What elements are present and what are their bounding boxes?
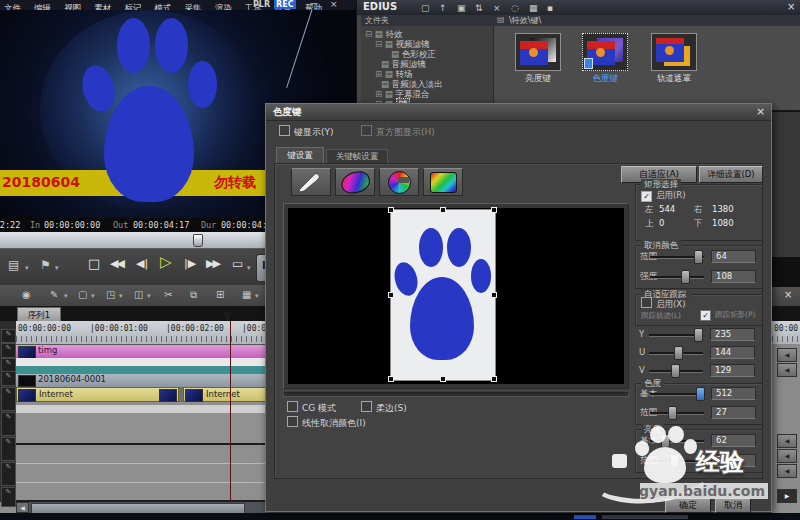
bin-tool-view[interactable]: ▦ [529,0,538,16]
chroma-range-slider[interactable] [650,406,704,419]
eyedropper-button[interactable] [291,168,331,196]
key-color-wheel-button[interactable] [379,168,419,196]
timeline-tool-save[interactable]: ◫ [134,287,143,303]
linear-cancel-checkbox[interactable]: 线性取消颜色(I) [287,416,366,430]
checkbox-checked-icon[interactable]: ✓ [641,191,652,202]
new-sequence-caret-icon[interactable]: ▾ [91,292,95,300]
track-scroll-up-button[interactable]: ◀ [777,348,797,362]
dialog-close-button[interactable]: × [756,105,765,118]
slider-thumb[interactable] [670,454,679,468]
timeline-tool-paste[interactable]: ⊞ [216,287,224,303]
tracking-enable-checkbox[interactable]: 启用(X) [641,297,685,310]
stop-button[interactable]: □ [88,256,100,272]
marker-list-caret-icon[interactable]: ▾ [25,264,29,272]
range-value[interactable]: 64 [711,250,756,263]
track-header-video[interactable]: ✎ [1,329,16,343]
luma-range-value[interactable]: 50 [711,454,756,467]
dialog-title-bar[interactable]: 色度键 × [266,104,771,121]
marker-flag-button[interactable]: ⚑ [40,257,51,273]
chroma-range-value[interactable]: 27 [711,406,756,419]
track-scroll-button[interactable]: ◀ [777,449,797,463]
luma-basic-value[interactable]: 62 [711,434,756,447]
play-button[interactable]: ▷ [160,254,172,270]
layout-caret-icon[interactable]: ▾ [255,292,259,300]
import-caret-icon[interactable]: ▾ [119,292,123,300]
menu-mode[interactable]: 模式 [154,3,171,10]
loop-button[interactable]: ▭ [232,256,243,272]
scroll-left-button[interactable]: ◀ [16,502,29,513]
key-color-blob-button[interactable] [335,168,375,196]
track-scroll-button[interactable]: ◀ [777,363,797,377]
rect-enable-checkbox[interactable]: ✓启用(R) [641,189,686,202]
bin-tool-new-clip[interactable]: ▢ [421,0,430,16]
timeline-tool-import[interactable]: ◳ [106,287,115,303]
slider-thumb[interactable] [696,387,705,401]
slider-thumb[interactable] [694,328,703,342]
selection-handle[interactable] [491,207,497,213]
y-slider[interactable] [649,328,703,341]
tracking-rect-checkbox[interactable]: ✓跟踪矩形(P) [700,309,755,321]
fast-forward-button[interactable]: ▶▶ [206,256,219,272]
timeline-tool-copy[interactable]: ⧉ [190,287,197,303]
v-slider[interactable] [649,364,703,377]
loop-caret-icon[interactable]: ▾ [247,264,251,272]
slider-thumb[interactable] [668,406,677,420]
selection-handle[interactable] [440,207,446,213]
soft-edge-checkbox[interactable]: 柔边(S) [361,401,407,415]
sl ider-thumb[interactable] [661,434,670,448]
playhead-line[interactable] [230,321,231,502]
strength-slider[interactable] [650,270,704,283]
histogram-checkbox[interactable]: 直方图显示(H) [361,125,435,139]
track-header-empty-2[interactable]: ✎ [1,412,16,436]
save-caret-icon[interactable]: ▾ [147,292,151,300]
strength-value[interactable]: 108 [711,270,756,283]
menu-edit[interactable]: 编辑 [34,3,51,10]
menu-capture[interactable]: 采集 [185,3,202,10]
timeline-tool-pen[interactable]: ✎ [50,287,58,303]
minimize-button[interactable]: — [310,0,318,8]
checkbox-checked-icon[interactable]: ✓ [700,310,711,321]
bin-tool-search[interactable]: ◌ [511,0,519,16]
bin-tool-capture[interactable]: ↑ [439,0,447,16]
detail-settings-button[interactable]: 详细设置(D) [699,166,763,183]
track-header-empty-1[interactable]: ✎ [1,387,16,411]
rect-right-value[interactable]: 1380 [712,203,734,215]
chroma-basic-slider[interactable] [650,387,704,400]
next-frame-button[interactable]: |▶ [184,256,196,272]
slider-thumb[interactable] [694,250,703,264]
bin-tool-delete[interactable]: × [493,0,501,16]
rec-mode-button[interactable]: REC [274,0,296,9]
bin-tool-lock[interactable]: ▪ [547,0,553,16]
track-header-empty-5[interactable]: ✎ [1,487,16,507]
timeline-tool-preview[interactable]: ◉ [22,287,31,303]
menu-view[interactable]: 视图 [64,3,81,10]
expander-icon[interactable]: ⊟ [365,29,372,39]
pen-caret-icon[interactable]: ▾ [64,292,68,300]
effect-item-chroma-key[interactable]: 色度键 [579,31,631,101]
prev-frame-button[interactable]: ◀| [136,256,148,272]
ok-button[interactable]: 确定 [665,498,711,513]
checkbox-icon[interactable] [641,297,652,308]
track-header-empty-3[interactable]: ✎ [1,437,16,461]
effect-item-track-matte[interactable]: 轨道遮罩 [646,31,702,101]
timeline-tool-cut[interactable]: ✂ [164,287,172,303]
cancel-button[interactable]: 取消 [715,498,751,513]
selection-handle[interactable] [388,292,394,298]
cg-mode-checkbox[interactable]: CG 模式 [287,401,336,415]
track-header-audio[interactable]: ✎ [1,371,16,386]
scrub-playhead[interactable] [193,234,203,247]
menu-marker[interactable]: 标记 [124,3,141,10]
checkbox-icon[interactable] [287,416,298,427]
selection-handle[interactable] [491,292,497,298]
checkbox-icon[interactable] [361,125,372,136]
rect-left-value[interactable]: 544 [659,203,675,215]
v-value[interactable]: 129 [710,364,755,377]
checkbox-icon[interactable] [361,401,372,412]
selection-handle[interactable] [388,376,394,382]
u-slider[interactable] [649,346,703,359]
menu-clip[interactable]: 素材 [94,3,111,10]
menu-file[interactable]: 文件 [4,3,21,10]
selection-handle[interactable] [440,376,446,382]
rect-top-value[interactable]: 0 [659,217,664,229]
selection-handle[interactable] [491,376,497,382]
